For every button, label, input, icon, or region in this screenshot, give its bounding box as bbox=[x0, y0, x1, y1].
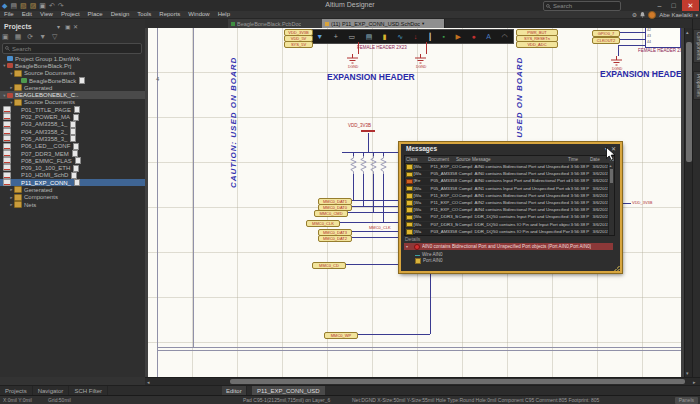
filter-icon[interactable]: ▼ bbox=[316, 31, 323, 42]
port-label[interactable]: VDD_ADC bbox=[516, 41, 558, 48]
message-row[interactable]: [WaP07_DDR3_MCompilDDR_DQ50 contains Inp… bbox=[405, 214, 614, 221]
message-row[interactable]: [WaP03_AM3358CompilDDR_DQ50 contains IO … bbox=[405, 229, 614, 236]
menu-edit[interactable]: Edit bbox=[18, 11, 36, 18]
tree-item[interactable]: Project Group 1.DsnWrk bbox=[0, 55, 145, 62]
tree-item[interactable]: P05_AM3358_3_ bbox=[0, 135, 145, 142]
horizontal-scrollbar-thumb[interactable] bbox=[230, 379, 685, 384]
menu-help[interactable]: Help bbox=[214, 11, 234, 18]
detail-selected-row[interactable]: ▾ AIN0 contains Bidirectional Port and U… bbox=[404, 243, 613, 250]
tree-item[interactable]: P07_DDR3_MEM bbox=[0, 150, 145, 157]
bell-icon[interactable] bbox=[640, 12, 645, 18]
messages-dialog-titlebar[interactable]: Messages ▾ ✕ bbox=[401, 144, 620, 154]
column-header[interactable]: Class bbox=[405, 156, 427, 163]
menu-window[interactable]: Window bbox=[184, 11, 213, 18]
message-row[interactable]: [WaP11_EXP_COCompilAIN1 contains Bidirec… bbox=[405, 193, 614, 200]
tree-item[interactable]: ▾Source Documents bbox=[0, 70, 145, 77]
net-label[interactable]: MMC0_DAT2 bbox=[318, 235, 352, 242]
resistor-symbol[interactable] bbox=[350, 156, 357, 174]
tree-item[interactable]: P04_AM3358_2_ bbox=[0, 128, 145, 135]
message-row[interactable]: [WaP11_EXP_COCompilAIN2 contains Bidirec… bbox=[405, 200, 614, 207]
rectangle-icon[interactable]: ▭ bbox=[348, 31, 355, 42]
tree-item[interactable]: ▾Source Documents bbox=[0, 99, 145, 106]
resistor-symbol[interactable] bbox=[370, 156, 377, 174]
messages-scrollbar[interactable]: ▴ bbox=[608, 163, 614, 235]
document-tab[interactable]: BeagleBoneBlack.PcbDoc bbox=[228, 19, 328, 28]
refresh-icon[interactable]: ⟳ bbox=[27, 33, 33, 41]
redo-icon[interactable]: ↷ bbox=[58, 1, 64, 10]
board-icon[interactable]: ▪ bbox=[443, 31, 445, 42]
record-icon[interactable]: ● bbox=[472, 31, 476, 42]
tree-item[interactable]: P06_LED__CONF bbox=[0, 143, 145, 150]
resistor-symbol[interactable] bbox=[360, 156, 367, 174]
menu-file[interactable]: File bbox=[0, 11, 18, 18]
probe-icon[interactable]: ┃ bbox=[428, 31, 432, 42]
tree-item[interactable]: P01_TITLE_PAGE bbox=[0, 106, 145, 113]
open-folder-icon[interactable]: ▧ bbox=[20, 1, 27, 10]
power-net-label[interactable]: VDD_3V3B bbox=[348, 123, 371, 128]
message-row[interactable]: [WaP11_EXP_COCompilAIN4 contains Bidirec… bbox=[405, 207, 614, 214]
settings-icon[interactable]: ▽ bbox=[52, 33, 57, 41]
detail-child-row[interactable]: Port AIN0 bbox=[415, 258, 443, 265]
save-icon[interactable]: ▣ bbox=[39, 1, 46, 10]
tree-item[interactable]: ▸Components bbox=[0, 194, 145, 201]
tree-item[interactable]: ▾BEAGLEBONEBLK_C.. bbox=[0, 91, 145, 98]
column-header[interactable]: Source bbox=[455, 156, 471, 163]
close-button[interactable]: ✕ bbox=[682, 0, 699, 11]
avatar[interactable] bbox=[648, 11, 656, 19]
port-label[interactable]: CLKOUT2 bbox=[592, 37, 620, 44]
resize-grip[interactable] bbox=[614, 265, 620, 271]
new-document-icon[interactable]: ▤ bbox=[10, 1, 17, 10]
tree-item[interactable]: P11_EXP_CONN_ bbox=[0, 179, 145, 186]
column-header[interactable]: Message bbox=[471, 156, 567, 163]
chevron-down-icon[interactable]: ▾ bbox=[695, 11, 698, 19]
tree-item[interactable]: ▸Generated bbox=[0, 186, 145, 193]
restore-button[interactable]: □ bbox=[667, 0, 680, 11]
tree-item[interactable]: ▸Nets bbox=[0, 201, 145, 208]
add-icon[interactable]: + bbox=[334, 31, 338, 42]
document-tab[interactable]: (11) P11_EXP_CONN_USD.SchDoc▾ bbox=[322, 19, 445, 28]
tree-item[interactable]: P03_AM3358_1_ bbox=[0, 121, 145, 128]
arc-icon[interactable]: ◠ bbox=[502, 31, 508, 42]
chevron-down-icon[interactable]: ▾ bbox=[406, 244, 408, 249]
net-label[interactable]: MMC0_CLK bbox=[306, 220, 340, 227]
port-label[interactable]: SYS_5V bbox=[284, 41, 313, 48]
tree-item[interactable]: P02_POWER_MA bbox=[0, 113, 145, 120]
message-row[interactable]: [WaP05_AM3358CompilAIN0 contains Bidirec… bbox=[405, 171, 614, 178]
messages-list[interactable]: ClassDocumentSourceMessageTimeDateNo. [W… bbox=[404, 155, 615, 236]
menu-design[interactable]: Design bbox=[107, 11, 134, 18]
message-row[interactable]: [WaP11_EXP_COCompilAIN0 contains Bidirec… bbox=[405, 164, 614, 171]
tree-item[interactable]: ▾BeagleBoneBlack.Prj bbox=[0, 62, 145, 69]
text-icon[interactable]: A bbox=[486, 31, 491, 42]
global-search-input[interactable]: Search bbox=[543, 1, 621, 11]
menu-view[interactable]: View bbox=[36, 11, 57, 18]
play-icon[interactable]: ▶ bbox=[456, 31, 461, 42]
messages-dialog[interactable]: Messages ▾ ✕ ClassDocumentSourceMessageT… bbox=[399, 142, 622, 273]
undo-icon[interactable]: ↶ bbox=[49, 1, 55, 10]
menu-project[interactable]: Project bbox=[57, 11, 84, 18]
save-all-icon[interactable]: ▣ bbox=[2, 33, 9, 41]
panel-menu-icon[interactable]: ▾ bbox=[57, 23, 60, 30]
panels-button[interactable]: Panels bbox=[675, 397, 698, 404]
menu-tools[interactable]: Tools bbox=[133, 11, 155, 18]
column-header[interactable]: Document bbox=[427, 156, 455, 163]
tree-item[interactable]: P08_EMMC_FLAS bbox=[0, 157, 145, 164]
right-tab-properties[interactable]: Properties bbox=[693, 71, 700, 100]
compile-icon[interactable]: ▦ bbox=[15, 33, 22, 41]
net-label[interactable]: MMC0_CMD bbox=[314, 210, 348, 217]
tree-item[interactable]: BeagleBoneBlack bbox=[0, 77, 145, 84]
pin-icon[interactable]: ▣ bbox=[65, 23, 71, 30]
scroll-up-icon[interactable]: ▴ bbox=[610, 163, 612, 168]
user-name[interactable]: Abe Kaelaiki bbox=[659, 12, 692, 18]
column-header[interactable]: Time bbox=[567, 156, 589, 163]
open-project-icon[interactable]: ▨ bbox=[30, 1, 37, 10]
altium-logo-icon[interactable]: ◆ bbox=[2, 1, 7, 10]
projects-search-input[interactable]: Search bbox=[2, 43, 142, 54]
tree-item[interactable]: P09_10_100_ETH bbox=[0, 164, 145, 171]
document-icon[interactable]: ▤ bbox=[366, 31, 373, 42]
net-label[interactable]: VDD_3V3B bbox=[632, 200, 652, 205]
message-row[interactable]: [WaP07_DDR3_MCompilDDR_DQ50 contains IO … bbox=[405, 222, 614, 229]
right-tab-components[interactable]: Components bbox=[693, 29, 700, 63]
battery-icon[interactable]: ▮ bbox=[383, 31, 387, 42]
tree-item[interactable]: P10_HDMI_SchD bbox=[0, 172, 145, 179]
minimize-button[interactable]: – bbox=[653, 0, 666, 11]
